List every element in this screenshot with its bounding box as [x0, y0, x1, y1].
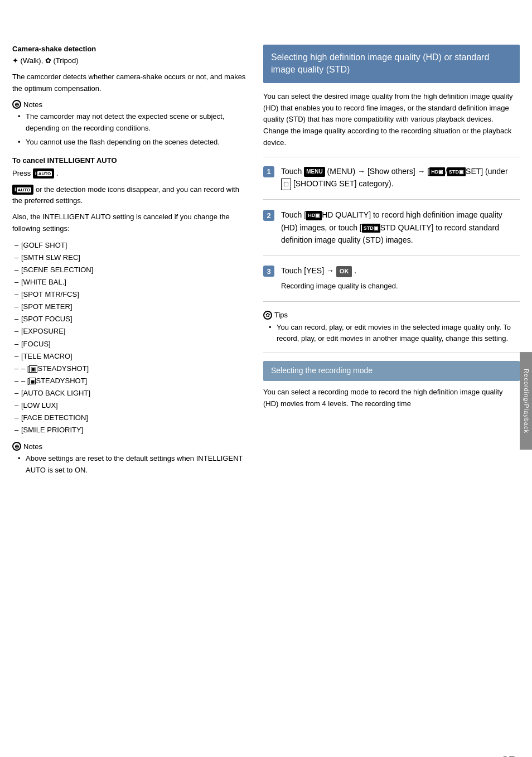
auto-sub: AUTO: [37, 171, 52, 176]
setting-item: – [▣STEADYSHOT]: [14, 363, 246, 375]
step-1-number: 1: [263, 166, 274, 177]
hd-badge-1: HD▣: [429, 167, 445, 176]
left-column: Camera-shake detection ✦ (Walk), ✿ (Trip…: [12, 45, 246, 757]
note-item: You cannot use the flash depending on th…: [18, 137, 246, 148]
cancel-title: To cancel INTELLIGENT AUTO: [12, 156, 246, 165]
recording-mode-title-box: Selecting the recording mode: [263, 361, 520, 381]
setting-item: – [◼STEADYSHOT]: [14, 375, 246, 387]
separator-1: [263, 157, 520, 157]
tips-icon: ✿: [263, 311, 272, 320]
press-label: Press: [12, 169, 31, 177]
step-2: 2 Touch [HD▣HD QUALITY] to record high d…: [263, 209, 520, 255]
setting-item: [WHITE BAL.]: [14, 276, 246, 288]
cancel-description1: iAUTO or the detection mode icons disapp…: [12, 184, 246, 208]
ok-badge: OK: [336, 266, 352, 277]
camera-shake-description: The camcorder detects whether camera-sha…: [12, 71, 246, 95]
setting-item: [TELE MACRO]: [14, 350, 246, 363]
notes-icon-1: ⊕: [12, 100, 21, 109]
step-3: 3 Touch [YES] → OK . Recording image qua…: [263, 264, 520, 301]
notes-label-1: Notes: [23, 100, 42, 109]
tips-title: ✿ Tips: [263, 311, 520, 320]
step-3-text: Touch [YES] → OK .: [281, 264, 520, 277]
camera-icon: ◼: [29, 378, 36, 384]
side-tab: Recording/Playback: [520, 352, 532, 450]
setting-item: [SMILE PRIORITY]: [14, 424, 246, 436]
right-column: Selecting high definition image quality …: [263, 45, 520, 757]
hd-std-title-box: Selecting high definition image quality …: [263, 45, 520, 83]
recording-mode-description: You can select a recording mode to recor…: [263, 387, 520, 410]
notes-list-1: The camcorder may not detect the expecte…: [12, 111, 246, 148]
auto-sub-2: AUTO: [17, 187, 32, 192]
notes-title-1: ⊕ Notes: [12, 100, 246, 109]
setting-item: [SCENE SELECTION]: [14, 264, 246, 276]
step-3-number: 3: [263, 266, 274, 277]
setting-item: [AUTO BACK LIGHT]: [14, 387, 246, 399]
note-item: The camcorder may not detect the expecte…: [18, 111, 246, 134]
std-badge-2: STD▣: [362, 224, 380, 233]
hd-badge-2: HD▣: [306, 211, 322, 220]
setting-item: [SPOT MTR/FCS]: [14, 288, 246, 301]
setting-item: [FOCUS]: [14, 338, 246, 350]
shooting-set-icon: ☐: [281, 179, 291, 191]
tip-item: You can record, play, or edit movies in …: [269, 322, 520, 345]
setting-item: [SMTH SLW REC]: [14, 252, 246, 264]
setting-item: [LOW LUX]: [14, 399, 246, 412]
tips-list: You can record, play, or edit movies in …: [263, 322, 520, 345]
notes-section-2: ⊕ Notes Above settings are reset to the …: [12, 442, 246, 476]
step-2-content: Touch [HD▣HD QUALITY] to record high def…: [281, 209, 520, 246]
setting-item: [SPOT FOCUS]: [14, 313, 246, 325]
separator-2: [263, 353, 520, 353]
side-tab-label: Recording/Playback: [523, 369, 530, 433]
menu-badge: MENU: [304, 167, 325, 177]
settings-list: [GOLF SHOT] [SMTH SLW REC] [SCENE SELECT…: [12, 239, 246, 437]
step-3-subtext: Recording image quality is changed.: [281, 281, 520, 292]
setting-item: [EXPOSURE]: [14, 325, 246, 337]
notes-icon-2: ⊕: [12, 442, 21, 451]
walk-tripod-label: ✦ (Walk), ✿ (Tripod): [12, 55, 246, 67]
camera-shake-title: Camera-shake detection: [12, 45, 246, 53]
step-2-text: Touch [HD▣HD QUALITY] to record high def…: [281, 209, 520, 246]
std-badge-1: STD▣: [447, 167, 466, 176]
walk-icon: ✦: [12, 56, 18, 65]
recording-mode-title: Selecting the recording mode: [271, 366, 373, 375]
setting-item: [GOLF SHOT]: [14, 239, 246, 252]
step-1: 1 Touch MENU (MENU) → [Show others] → [H…: [263, 165, 520, 200]
hd-std-description: You can select the desired image quality…: [263, 91, 520, 149]
page-container: Recording/Playback Camera-shake detectio…: [0, 22, 532, 757]
tips-section: ✿ Tips You can record, play, or edit mov…: [263, 311, 520, 345]
step-2-number: 2: [263, 210, 274, 221]
tripod-icon: ✿: [45, 56, 51, 65]
note-item-2: Above settings are reset to the default …: [18, 453, 246, 476]
hd-std-title: Selecting high definition image quality …: [271, 52, 489, 74]
steadyshot-badge-1: ▣: [29, 365, 37, 373]
cancel-section: To cancel INTELLIGENT AUTO Press iAUTO .…: [12, 156, 246, 476]
setting-item: [SPOT METER]: [14, 301, 246, 313]
notes-label-2: Notes: [23, 442, 42, 451]
main-columns: Camera-shake detection ✦ (Walk), ✿ (Trip…: [12, 45, 520, 757]
step-1-text: Touch MENU (MENU) → [Show others] → [HD▣…: [281, 165, 520, 190]
notes-title-2: ⊕ Notes: [12, 442, 246, 451]
step-1-content: Touch MENU (MENU) → [Show others] → [HD▣…: [281, 165, 520, 190]
cancel-description2: Also, the INTELLIGENT AUTO setting is ca…: [12, 211, 246, 235]
press-instruction: Press iAUTO .: [12, 168, 246, 180]
setting-item: [FACE DETECTION]: [14, 412, 246, 424]
step-3-content: Touch [YES] → OK . Recording image quali…: [281, 264, 520, 292]
page-number-area: US 25: [492, 754, 515, 757]
iauto-badge: iAUTO: [33, 168, 54, 179]
notes-section-1: ⊕ Notes The camcorder may not detect the…: [12, 100, 246, 148]
iauto-badge-2: iAUTO: [12, 185, 33, 195]
tips-label: Tips: [274, 311, 288, 319]
notes-list-2: Above settings are reset to the default …: [12, 453, 246, 476]
page-number: 25: [502, 754, 515, 757]
